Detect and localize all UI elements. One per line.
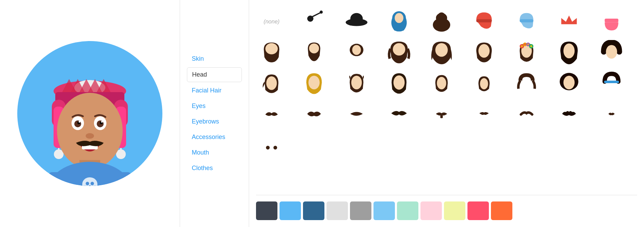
hair-option-13[interactable] <box>426 38 457 67</box>
svg-point-35 <box>101 121 103 123</box>
color-swatch-pink[interactable] <box>420 201 442 220</box>
hair-option-5[interactable] <box>468 7 500 36</box>
hair-option-31[interactable] <box>426 99 457 128</box>
color-swatch-navy[interactable] <box>303 201 324 220</box>
hair-option-20[interactable] <box>341 68 372 98</box>
svg-point-74 <box>437 77 446 89</box>
hair-option-11[interactable] <box>341 38 372 67</box>
nav-item-eyes[interactable]: Eyes <box>187 99 242 113</box>
hair-option-1[interactable] <box>299 7 330 36</box>
svg-point-23 <box>91 182 94 185</box>
svg-point-72 <box>351 76 362 89</box>
hair-option-15[interactable] <box>511 38 542 67</box>
color-swatch-yellow[interactable] <box>444 201 465 220</box>
svg-rect-49 <box>520 19 533 22</box>
color-swatch-lightgray[interactable] <box>326 201 348 220</box>
hair-option-6[interactable] <box>511 7 542 36</box>
svg-point-51 <box>265 43 278 54</box>
svg-point-68 <box>564 43 575 58</box>
hair-option-9[interactable] <box>256 38 287 67</box>
nav-item-clothes[interactable]: Clothes <box>187 161 242 175</box>
hair-option-16[interactable] <box>553 38 585 67</box>
nav-item-mouth[interactable]: Mouth <box>187 146 242 160</box>
hair-option-12[interactable] <box>383 38 415 67</box>
svg-rect-50 <box>605 19 618 22</box>
avatar-svg <box>17 41 162 186</box>
color-swatch-hotpink[interactable] <box>467 201 489 220</box>
svg-point-65 <box>524 43 526 45</box>
svg-point-22 <box>86 182 89 185</box>
svg-point-64 <box>521 45 523 47</box>
color-swatch-mint[interactable] <box>397 201 418 220</box>
hair-option-4[interactable] <box>426 7 457 36</box>
svg-line-39 <box>312 12 321 17</box>
hair-option-36[interactable] <box>256 130 287 159</box>
svg-point-80 <box>266 146 270 149</box>
svg-point-40 <box>320 10 323 13</box>
hair-option-32[interactable] <box>468 99 500 128</box>
svg-point-71 <box>309 76 320 89</box>
hair-option-21[interactable] <box>383 68 415 98</box>
hair-option-19[interactable] <box>299 68 330 98</box>
hair-option-8[interactable] <box>596 7 627 36</box>
svg-point-57 <box>435 43 448 57</box>
hair-option-29[interactable] <box>341 99 372 128</box>
hair-option-34[interactable] <box>553 99 585 128</box>
hair-option-28[interactable] <box>299 99 330 128</box>
svg-point-73 <box>394 75 405 89</box>
hair-option-2[interactable] <box>341 7 372 36</box>
hair-option-23[interactable] <box>468 68 500 98</box>
color-swatch-gray[interactable] <box>350 201 371 220</box>
options-panel: (none) <box>249 0 644 227</box>
hair-options-grid: (none) <box>256 3 637 192</box>
svg-point-47 <box>438 12 445 17</box>
hair-option-3[interactable] <box>383 7 415 36</box>
svg-point-55 <box>352 45 361 55</box>
svg-point-16 <box>57 93 123 169</box>
hair-option-30[interactable] <box>383 99 415 128</box>
hair-option-27[interactable] <box>256 99 287 128</box>
avatar-circle <box>17 41 162 186</box>
color-palette <box>256 198 637 224</box>
hair-option-7[interactable] <box>553 7 585 36</box>
nav-item-eyebrows[interactable]: Eyebrows <box>187 115 242 129</box>
svg-point-77 <box>564 76 575 89</box>
svg-point-34 <box>79 121 80 123</box>
avatar-panel <box>0 0 180 227</box>
hair-option-none[interactable]: (none) <box>256 7 287 36</box>
svg-point-75 <box>480 78 488 89</box>
nav-item-accessories[interactable]: Accessories <box>187 130 242 144</box>
svg-point-81 <box>273 146 277 149</box>
nav-item-facial-hair[interactable]: Facial Hair <box>187 83 242 98</box>
svg-point-36 <box>86 133 94 139</box>
svg-rect-48 <box>476 19 492 22</box>
svg-point-42 <box>350 13 363 24</box>
color-swatch-orange[interactable] <box>491 201 512 220</box>
svg-rect-79 <box>440 115 443 118</box>
hair-option-22[interactable] <box>426 68 457 98</box>
hair-option-25[interactable] <box>553 68 585 98</box>
hair-option-17[interactable] <box>596 38 627 67</box>
svg-point-52 <box>309 43 319 53</box>
svg-point-56 <box>393 43 405 56</box>
svg-point-69 <box>606 45 617 59</box>
hair-option-35[interactable] <box>596 99 627 128</box>
svg-point-58 <box>479 44 490 58</box>
svg-point-70 <box>266 76 277 90</box>
hair-option-26[interactable] <box>596 68 627 98</box>
color-swatch-dark[interactable] <box>256 201 277 220</box>
color-swatch-sky[interactable] <box>280 201 301 220</box>
hair-option-24[interactable] <box>511 68 542 98</box>
color-divider <box>256 195 637 195</box>
hair-option-33[interactable] <box>511 99 542 128</box>
svg-point-67 <box>530 45 532 47</box>
svg-point-44 <box>395 13 403 23</box>
nav-item-head[interactable]: Head <box>187 67 242 82</box>
hair-option-18[interactable] <box>256 68 287 98</box>
hair-option-10[interactable] <box>299 38 330 67</box>
hair-option-14[interactable] <box>468 38 500 67</box>
color-swatch-lightblue[interactable] <box>373 201 395 220</box>
nav-item-skin[interactable]: Skin <box>187 52 242 66</box>
svg-rect-78 <box>604 80 619 83</box>
nav-panel: Skin Head Facial Hair Eyes Eyebrows Acce… <box>180 0 249 227</box>
